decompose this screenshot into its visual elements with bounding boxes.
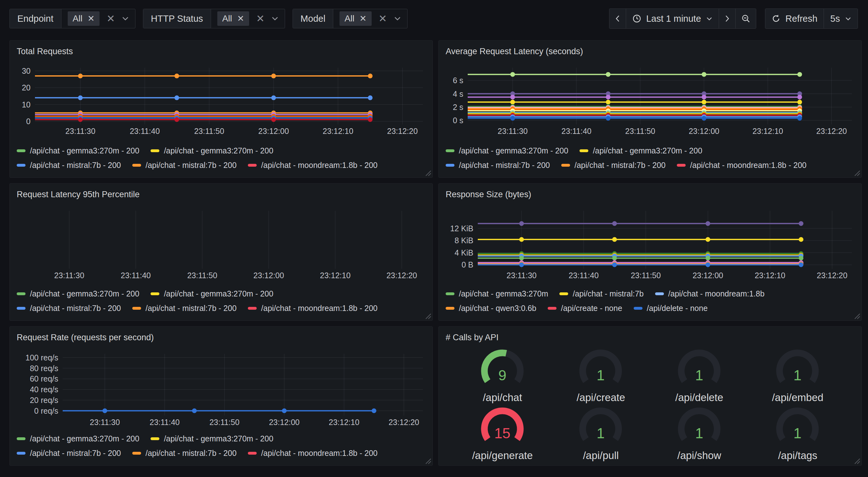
gauge-label: /api/tags	[778, 450, 817, 461]
svg-text:0 req/s: 0 req/s	[34, 407, 58, 415]
svg-text:23:11:40: 23:11:40	[130, 127, 160, 135]
filter-model-input[interactable]: All ✕ ✕	[333, 9, 407, 28]
gauge-label: /api/create	[577, 392, 625, 404]
svg-text:23:12:00: 23:12:00	[689, 127, 719, 135]
refresh-interval-button[interactable]: 5s	[824, 9, 858, 28]
legend-item[interactable]: /api/chat - moondream:1.8b - 200	[677, 161, 807, 170]
svg-text:23:11:50: 23:11:50	[210, 418, 239, 426]
svg-text:2 s: 2 s	[453, 103, 463, 112]
filter-clear-icon[interactable]: ✕	[256, 13, 265, 24]
legend-label: /api/chat - gemma3:270m - 200	[164, 146, 273, 155]
chevron-down-icon[interactable]	[122, 17, 129, 21]
legend-item[interactable]: /api/chat - moondream:1.8b	[655, 289, 765, 298]
clock-icon	[632, 14, 641, 23]
panel-title: Average Request Latency (seconds)	[444, 44, 856, 56]
refresh-button[interactable]: Refresh	[765, 9, 824, 28]
legend-label: /api/chat - mistral:7b	[572, 289, 644, 298]
legend-swatch-icon	[151, 437, 159, 440]
legend-item[interactable]: /api/chat - mistral:7b - 200	[446, 161, 550, 170]
legend-item[interactable]: /api/chat - moondream:1.8b - 200	[248, 449, 378, 458]
time-range-picker-button[interactable]: Last 1 minute	[626, 9, 719, 28]
legend-item[interactable]: /api/chat - mistral:7b - 200	[132, 449, 237, 458]
panel-resize-handle[interactable]	[853, 457, 860, 464]
legend-label: /api/chat - gemma3:270m - 200	[593, 146, 702, 155]
time-shift-back-button[interactable]	[610, 9, 626, 28]
gauge-arc: 1	[672, 404, 727, 451]
svg-text:0 B: 0 B	[461, 261, 473, 269]
legend-item[interactable]: /api/create - none	[548, 304, 622, 313]
legend-item[interactable]: /api/chat - mistral:7b - 200	[132, 161, 237, 170]
gauge-label: /api/chat	[483, 392, 522, 404]
panel-resize-handle[interactable]	[424, 312, 431, 319]
filter-endpoint-chip-value: All	[73, 13, 83, 24]
time-shift-forward-button[interactable]	[719, 9, 735, 28]
chart-legend: /api/chat - gemma3:270m/api/chat - mistr…	[444, 284, 856, 317]
legend-item[interactable]: /api/chat - gemma3:270m - 200	[151, 434, 273, 443]
refresh-icon	[772, 14, 780, 23]
chart-legend: /api/chat - gemma3:270m - 200/api/chat -…	[15, 429, 427, 461]
gauge-arc: 1	[573, 346, 628, 393]
legend-item[interactable]: /api/chat - mistral:7b - 200	[132, 304, 237, 313]
legend-item[interactable]: /api/chat - gemma3:270m - 200	[17, 146, 139, 155]
timeseries-chart-latency-p95[interactable]: 23:11:3023:11:4023:11:5023:12:0023:12:10…	[15, 208, 427, 279]
legend-item[interactable]: /api/chat - mistral:7b	[559, 289, 644, 298]
svg-text:23:11:50: 23:11:50	[194, 127, 224, 135]
chevron-down-icon[interactable]	[272, 17, 278, 21]
legend-item[interactable]: /api/chat - moondream:1.8b - 200	[248, 304, 378, 313]
legend-item[interactable]: /api/chat - gemma3:270m	[446, 289, 548, 298]
legend-item[interactable]: /api/chat - moondream:1.8b - 200	[248, 161, 378, 170]
gauge-api-create: 1/api/create	[573, 346, 628, 404]
svg-text:12 KiB: 12 KiB	[450, 224, 473, 233]
svg-text:1: 1	[793, 367, 802, 383]
svg-text:23:11:30: 23:11:30	[65, 127, 95, 135]
legend-item[interactable]: /api/chat - mistral:7b - 200	[17, 161, 121, 170]
legend-item[interactable]: /api/chat - gemma3:270m - 200	[446, 146, 568, 155]
dashboard-grid: Total Requests 23:11:3023:11:4023:11:502…	[9, 40, 859, 466]
zoom-out-button[interactable]	[735, 9, 756, 28]
chevron-down-icon[interactable]	[394, 17, 401, 21]
legend-item[interactable]: /api/chat - mistral:7b - 200	[561, 161, 665, 170]
timeseries-chart-request-rate[interactable]: 23:11:3023:11:4023:11:5023:12:0023:12:10…	[15, 351, 427, 426]
legend-item[interactable]: /api/delete - none	[634, 304, 708, 313]
legend-swatch-icon	[446, 149, 455, 152]
panel-resize-handle[interactable]	[424, 169, 431, 176]
timeseries-chart-average-latency[interactable]: 23:11:3023:11:4023:11:5023:12:0023:12:10…	[444, 65, 856, 135]
svg-text:23:11:50: 23:11:50	[631, 271, 661, 279]
timeseries-chart-total-requests[interactable]: 23:11:3023:11:4023:11:5023:12:0023:12:10…	[15, 65, 427, 135]
filter-http-status-label: HTTP Status	[143, 9, 211, 28]
svg-text:23:12:20: 23:12:20	[389, 418, 419, 426]
legend-swatch-icon	[151, 149, 159, 152]
panel-resize-handle[interactable]	[853, 169, 860, 176]
filter-endpoint-chip[interactable]: All ✕	[68, 11, 100, 26]
filter-http-status-input[interactable]: All ✕ ✕	[211, 9, 285, 28]
svg-text:6 s: 6 s	[453, 76, 463, 85]
chip-remove-icon[interactable]: ✕	[237, 14, 244, 23]
filter-http-status-chip[interactable]: All ✕	[217, 11, 249, 26]
filter-endpoint-input[interactable]: All ✕ ✕	[61, 9, 135, 28]
legend-item[interactable]: /api/chat - gemma3:270m - 200	[17, 289, 139, 298]
filter-clear-icon[interactable]: ✕	[106, 13, 115, 24]
legend-item[interactable]: /api/chat - gemma3:270m - 200	[151, 146, 273, 155]
svg-text:23:12:10: 23:12:10	[323, 127, 353, 135]
legend-item[interactable]: /api/chat - gemma3:270m - 200	[17, 434, 139, 443]
filter-clear-icon[interactable]: ✕	[378, 13, 387, 24]
svg-text:23:12:00: 23:12:00	[258, 127, 289, 135]
filter-endpoint: Endpoint All ✕ ✕	[9, 9, 135, 28]
legend-item[interactable]: /api/chat - qwen3:0.6b	[446, 304, 536, 313]
filter-model-chip[interactable]: All ✕	[340, 11, 372, 26]
legend-swatch-icon	[446, 292, 455, 295]
chip-remove-icon[interactable]: ✕	[88, 14, 95, 23]
legend-item[interactable]: /api/chat - gemma3:270m - 200	[151, 289, 273, 298]
legend-item[interactable]: /api/chat - mistral:7b - 200	[17, 449, 121, 458]
legend-swatch-icon	[17, 149, 26, 152]
legend-item[interactable]: /api/chat - gemma3:270m - 200	[580, 146, 702, 155]
legend-row: /api/chat - gemma3:270m - 200/api/chat -…	[17, 146, 426, 155]
legend-label: /api/chat - mistral:7b - 200	[30, 304, 121, 313]
legend-item[interactable]: /api/chat - mistral:7b - 200	[17, 304, 121, 313]
panel-resize-handle[interactable]	[853, 312, 860, 319]
timeseries-chart-response-size[interactable]: 23:11:3023:11:4023:11:5023:12:0023:12:10…	[444, 208, 856, 279]
chip-remove-icon[interactable]: ✕	[359, 14, 367, 23]
panel-resize-handle[interactable]	[424, 457, 431, 464]
legend-swatch-icon	[17, 437, 26, 440]
legend-swatch-icon	[677, 164, 686, 167]
